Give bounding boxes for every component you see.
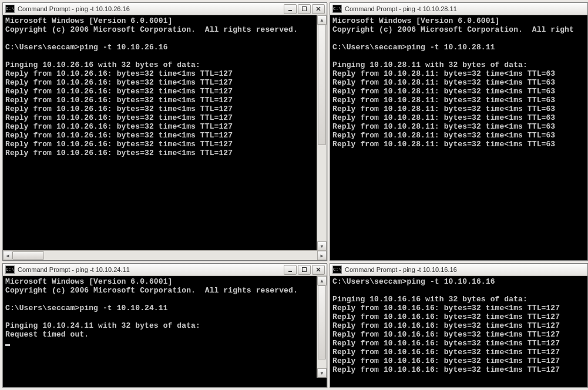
titlebar[interactable]: C:\ Command Prompt - ping -t 10.10.24.11	[3, 264, 327, 276]
maximize-button[interactable]	[298, 4, 311, 14]
window-grid: C:\ Command Prompt - ping -t 10.10.26.16…	[2, 2, 586, 388]
scroll-down-button[interactable]: ▼	[317, 368, 327, 378]
scroll-thumb[interactable]	[318, 285, 326, 359]
terminal-client: C:\Users\seccam>ping -t 10.10.16.16 Ping…	[330, 276, 587, 387]
close-button[interactable]	[312, 265, 325, 275]
scroll-track[interactable]	[317, 25, 327, 241]
scroll-down-button[interactable]: ▼	[317, 241, 327, 251]
cmd-icon: C:\	[5, 5, 15, 13]
window-title: Command Prompt - ping -t 10.10.28.11	[345, 5, 586, 12]
scroll-thumb[interactable]	[318, 25, 326, 145]
svg-rect-5	[303, 268, 307, 272]
scroll-up-button[interactable]: ▲	[317, 276, 327, 285]
minimize-button[interactable]	[284, 4, 297, 14]
titlebar[interactable]: C:\ Command Prompt - ping -t 10.10.28.11	[330, 3, 587, 15]
cmd-window-4: C:\ Command Prompt - ping -t 10.10.16.16…	[330, 263, 588, 388]
terminal-output[interactable]: Microsoft Windows [Version 6.0.6001] Cop…	[3, 15, 327, 159]
titlebar[interactable]: C:\ Command Prompt - ping -t 10.10.16.16	[330, 264, 587, 276]
cmd-window-3: C:\ Command Prompt - ping -t 10.10.24.11…	[2, 263, 327, 388]
maximize-button[interactable]	[298, 265, 311, 275]
terminal-output[interactable]: Microsoft Windows [Version 6.0.6001] Cop…	[330, 15, 587, 150]
window-title: Command Prompt - ping -t 10.10.26.16	[18, 5, 281, 12]
svg-rect-4	[288, 271, 292, 272]
scroll-up-button[interactable]: ▲	[317, 15, 327, 25]
close-button[interactable]	[312, 4, 325, 14]
scroll-thumb[interactable]	[12, 251, 44, 260]
text-cursor	[5, 344, 10, 346]
terminal-client: Microsoft Windows [Version 6.0.6001] Cop…	[330, 15, 587, 260]
scroll-track[interactable]	[317, 285, 327, 368]
svg-rect-0	[288, 10, 292, 11]
terminal-client: Microsoft Windows [Version 6.0.6001] Cop…	[3, 276, 327, 387]
cmd-icon: C:\	[332, 5, 342, 13]
cmd-icon: C:\	[5, 265, 15, 274]
window-controls	[284, 4, 325, 14]
vertical-scrollbar[interactable]: ▲ ▼	[317, 15, 327, 251]
window-title: Command Prompt - ping -t 10.10.16.16	[345, 266, 586, 273]
scroll-left-button[interactable]: ◀	[3, 251, 12, 260]
scroll-track[interactable]	[12, 251, 317, 260]
scroll-right-button[interactable]: ▶	[317, 251, 327, 260]
cmd-window-2: C:\ Command Prompt - ping -t 10.10.28.11…	[330, 2, 588, 261]
window-title: Command Prompt - ping -t 10.10.24.11	[18, 266, 281, 273]
minimize-button[interactable]	[284, 265, 297, 275]
cmd-window-1: C:\ Command Prompt - ping -t 10.10.26.16…	[2, 2, 327, 261]
terminal-client: Microsoft Windows [Version 6.0.6001] Cop…	[3, 15, 327, 260]
cmd-icon: C:\	[332, 265, 342, 274]
terminal-output[interactable]: C:\Users\seccam>ping -t 10.10.16.16 Ping…	[330, 276, 587, 375]
window-controls	[284, 265, 325, 275]
titlebar[interactable]: C:\ Command Prompt - ping -t 10.10.26.16	[3, 3, 327, 15]
terminal-output[interactable]: Microsoft Windows [Version 6.0.6001] Cop…	[3, 276, 327, 349]
horizontal-scrollbar[interactable]: ◀ ▶	[3, 250, 327, 260]
vertical-scrollbar[interactable]: ▲ ▼	[317, 276, 327, 378]
svg-rect-1	[303, 7, 307, 11]
